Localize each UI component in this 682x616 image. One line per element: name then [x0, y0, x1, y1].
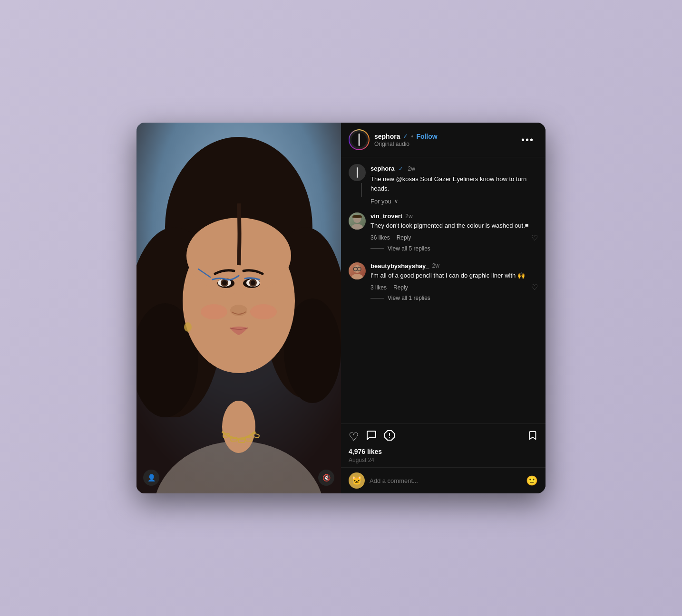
svg-point-3	[222, 401, 255, 453]
content-panel: sephora ✓ • Follow Original audio •••	[341, 123, 546, 493]
comment-item: vin_trovert 2w They don't look pigmented…	[349, 212, 538, 255]
view-replies-text-1: View all 5 replies	[388, 245, 430, 252]
likes-count: 4,976 likes	[349, 448, 538, 455]
replies-line-2	[370, 298, 384, 298]
comment-button[interactable]	[366, 430, 377, 444]
video-controls: 👤 🔇	[136, 470, 341, 486]
like-button[interactable]: ♡	[349, 430, 359, 443]
comment-actions-1: 36 likes Reply ♡	[370, 233, 538, 242]
sephora-avatar-inner	[350, 130, 369, 149]
video-panel: 👤 🔇	[136, 123, 341, 493]
profile-icon: 👤	[147, 474, 156, 481]
comments-area[interactable]: sephora ✓ 2w The new @kosas Soul Gazer E…	[341, 157, 546, 424]
sephora-avatar-ring	[349, 129, 370, 150]
header-name-row: sephora ✓ • Follow	[374, 133, 517, 140]
profile-button[interactable]: 👤	[143, 470, 159, 486]
reply-button-1[interactable]: Reply	[397, 234, 411, 241]
comment-time-2: 2w	[432, 262, 439, 269]
beautybyshayshay-avatar	[349, 262, 366, 279]
comment-input[interactable]	[370, 477, 521, 484]
dot-separator: •	[411, 133, 413, 140]
comment-actions-2: 3 likes Reply ♡	[370, 283, 538, 292]
bookmark-button[interactable]	[527, 430, 538, 443]
vin-trovert-avatar	[349, 212, 366, 230]
svg-point-23	[184, 322, 192, 332]
mute-button[interactable]: 🔇	[318, 470, 334, 486]
caption-text-block: sephora ✓ 2w The new @kosas Soul Gazer E…	[370, 164, 538, 205]
view-replies-row-2[interactable]: View all 1 replies	[370, 295, 538, 301]
caption-text: The new @kosas Soul Gazer Eyeliners know…	[370, 174, 538, 193]
current-user-avatar: 🐱	[349, 472, 365, 489]
share-button[interactable]	[384, 430, 395, 444]
header-subtitle: Original audio	[374, 141, 517, 147]
action-bar: ♡	[341, 424, 546, 467]
view-replies-row-1[interactable]: View all 5 replies	[370, 245, 538, 252]
header-verified-icon: ✓	[403, 133, 408, 140]
mute-icon: 🔇	[322, 474, 331, 481]
svg-point-31	[351, 224, 363, 230]
comment-username-2: beautybyshayshay_	[370, 262, 429, 270]
action-icons: ♡	[349, 430, 538, 444]
post-header: sephora ✓ • Follow Original audio •••	[341, 123, 546, 157]
comment-item-2: beautybyshayshay_ 2w I'm all of a good p…	[349, 262, 538, 305]
comment-text-1: They don't look pigmented and the colour…	[370, 221, 538, 231]
comment-meta-1: vin_trovert 2w	[370, 212, 538, 220]
svg-point-18	[222, 280, 227, 285]
header-info: sephora ✓ • Follow Original audio	[374, 133, 517, 147]
svg-point-19	[251, 280, 255, 285]
caption-verified-icon: ✓	[399, 166, 403, 172]
comment-time-1: 2w	[405, 213, 412, 220]
svg-point-33	[352, 215, 362, 218]
likes-count-1: 36 likes	[370, 234, 390, 241]
svg-point-21	[201, 304, 227, 319]
svg-point-22	[250, 304, 277, 319]
caption-block: sephora ✓ 2w The new @kosas Soul Gazer E…	[349, 164, 538, 205]
view-replies-text-2: View all 1 replies	[388, 295, 430, 301]
for-you-label: For you	[370, 198, 391, 205]
caption-username: sephora	[370, 165, 395, 172]
comment-text-2: I'm all of a good pencil that I can do g…	[370, 271, 538, 280]
comment-body-2: beautybyshayshay_ 2w I'm all of a good p…	[370, 262, 538, 305]
caption-avatar	[349, 164, 366, 181]
caption-thread-line	[361, 183, 362, 197]
instagram-card: 👤 🔇 sephora ✓	[136, 123, 546, 493]
header-username: sephora	[374, 133, 400, 140]
replies-line-1	[370, 248, 384, 249]
chevron-down-icon: ∨	[394, 198, 398, 204]
comment-meta-2: beautybyshayshay_ 2w	[370, 262, 538, 270]
likes-count-2: 3 likes	[370, 284, 387, 291]
heart-icon-1[interactable]: ♡	[531, 233, 538, 242]
for-you-row[interactable]: For you ∨	[370, 198, 538, 205]
more-options-button[interactable]: •••	[517, 133, 538, 147]
comment-body-1: vin_trovert 2w They don't look pigmented…	[370, 212, 538, 255]
follow-button[interactable]: Follow	[416, 133, 437, 140]
comment-input-row: 🐱 🙂	[341, 467, 546, 493]
emoji-button[interactable]: 🙂	[526, 475, 538, 486]
caption-time: 2w	[408, 165, 415, 172]
svg-point-35	[351, 274, 363, 279]
post-date: August 24	[349, 457, 538, 463]
reply-button-2[interactable]: Reply	[393, 284, 408, 291]
comment-username-1: vin_trovert	[370, 212, 402, 220]
heart-icon-2[interactable]: ♡	[531, 283, 538, 292]
